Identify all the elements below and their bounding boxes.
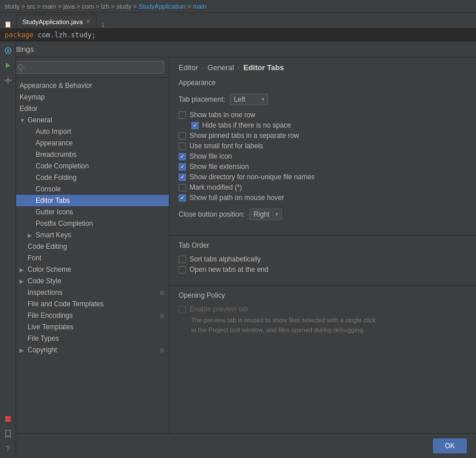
- tab-bar: 📋 StudyApplication.java ✕ 1: [0, 13, 476, 29]
- tree-item-code-folding[interactable]: Code Folding: [0, 172, 169, 183]
- tree-label-breadcrumbs: Breadcrumbs: [36, 151, 76, 159]
- option-row-pinned-tabs[interactable]: Show pinned tabs in a separate row: [179, 130, 467, 141]
- tree-item-live-templates[interactable]: Live Templates: [0, 321, 169, 333]
- sep8: >: [187, 3, 191, 10]
- option-row-directory[interactable]: Show directory for non-unique file names: [179, 172, 467, 182]
- tree-item-general[interactable]: ▼ General: [0, 114, 169, 126]
- bc-com[interactable]: com: [82, 3, 94, 10]
- checkbox-file-extension[interactable]: [179, 163, 186, 171]
- option-row-small-font[interactable]: Use small font for labels: [179, 141, 467, 151]
- tree-item-font[interactable]: Font: [0, 252, 169, 264]
- smart-keys-arrow: ▶: [28, 232, 36, 238]
- left-icon-debug[interactable]: [1, 44, 15, 57]
- checkbox-full-path[interactable]: [179, 194, 186, 202]
- tree-item-inspections[interactable]: Inspections ⊞: [0, 287, 169, 298]
- bc-general: General: [207, 63, 234, 72]
- bc-study2[interactable]: study: [116, 3, 131, 10]
- tree-item-breadcrumbs[interactable]: Breadcrumbs: [0, 149, 169, 160]
- tree-item-file-types[interactable]: File Types: [0, 333, 169, 344]
- left-icon-bookmark[interactable]: [1, 427, 15, 441]
- tree-item-console[interactable]: Console: [0, 183, 169, 195]
- search-input[interactable]: [5, 61, 164, 74]
- settings-window: Settings 🔍 ▶ Appearance & Behavior: [0, 41, 476, 458]
- option-row-file-icon[interactable]: Show file icon: [179, 151, 467, 161]
- tree-item-code-style[interactable]: ▶ Code Style: [0, 275, 169, 287]
- option-row-open-new-end[interactable]: Open new tabs at the end: [179, 264, 467, 275]
- code-style-arrow: ▶: [20, 278, 28, 284]
- checkbox-small-font[interactable]: [179, 143, 186, 150]
- tab-placement-row: Tab placement: Left Top Right Bottom Non…: [179, 91, 467, 110]
- file-tab[interactable]: StudyApplication.java ✕: [16, 14, 96, 28]
- tree-item-editor[interactable]: ▼ Editor: [0, 103, 169, 114]
- checkbox-open-new-end[interactable]: [179, 266, 186, 274]
- close-button-label: Close button position:: [179, 210, 245, 218]
- sep2: >: [37, 3, 40, 10]
- option-row-preview-tab[interactable]: Enable preview tab: [179, 304, 467, 314]
- tree-label-appearance: Appearance: [36, 139, 73, 147]
- tab-placement-dropdown[interactable]: Left Top Right Bottom None: [230, 94, 268, 105]
- option-row-sort-alphabetically[interactable]: Sort tabs alphabetically: [179, 254, 467, 264]
- tree-item-postfix-completion[interactable]: Postfix Completion: [0, 218, 169, 229]
- tree-label-file-encodings: File Encodings: [28, 311, 73, 320]
- bc-src[interactable]: src: [27, 3, 36, 10]
- close-button-dropdown[interactable]: Right Left None: [249, 209, 282, 220]
- checkbox-directory[interactable]: [179, 174, 186, 181]
- tree-item-code-completion[interactable]: Code Completion: [0, 160, 169, 172]
- option-row-hide-tabs[interactable]: Hide tabs if there is no space: [179, 120, 467, 130]
- tree-item-file-code-templates[interactable]: File and Code Templates: [0, 298, 169, 310]
- tab-close-button[interactable]: ✕: [86, 18, 90, 25]
- checkbox-file-icon[interactable]: [179, 153, 186, 160]
- bc-main[interactable]: main: [42, 3, 56, 10]
- tab-number: 1: [96, 21, 109, 28]
- checkbox-preview-tab[interactable]: [179, 306, 186, 313]
- checkbox-sort-alphabetically[interactable]: [179, 256, 186, 263]
- settings-body: 🔍 ▶ Appearance & Behavior Keymap ▼: [0, 57, 476, 433]
- tree-item-keymap[interactable]: Keymap: [0, 91, 169, 103]
- bc-study[interactable]: study: [5, 3, 20, 10]
- label-preview-tab: Enable preview tab: [189, 305, 248, 313]
- ide-icon: 📋: [4, 21, 12, 28]
- sep4: >: [76, 3, 80, 10]
- tree-item-appearance[interactable]: Appearance: [0, 137, 169, 149]
- checkbox-mark-modified[interactable]: [179, 184, 186, 191]
- checkbox-pinned-tabs[interactable]: [179, 132, 186, 140]
- left-icon-settings[interactable]: [1, 74, 15, 87]
- tree-item-code-editing[interactable]: Code Editing: [0, 241, 169, 252]
- sep6: >: [111, 3, 114, 10]
- tree-item-auto-import[interactable]: Auto Import: [0, 126, 169, 137]
- left-icon-help[interactable]: ?: [1, 442, 15, 456]
- option-row-full-path[interactable]: Show full path on mouse hover: [179, 193, 467, 203]
- search-wrapper: 🔍: [5, 61, 164, 74]
- bc-java[interactable]: java: [63, 3, 75, 10]
- option-row-tabs-one-row[interactable]: Show tabs in one row: [179, 110, 467, 120]
- option-row-mark-modified[interactable]: Mark modified (*): [179, 182, 467, 193]
- copyright-ext-icon: ⊞: [160, 347, 164, 353]
- tree-item-copyright[interactable]: ▶ Copyright ⊞: [0, 344, 169, 356]
- label-open-new-end: Open new tabs at the end: [189, 265, 268, 274]
- tree-item-editor-tabs[interactable]: Editor Tabs: [0, 195, 169, 206]
- bc-lzh[interactable]: lzh: [101, 3, 109, 10]
- left-icon-stop[interactable]: [1, 412, 15, 426]
- ok-button[interactable]: OK: [433, 438, 467, 453]
- settings-content: Editor › General › Editor Tabs Appearanc…: [169, 57, 476, 433]
- sep5: >: [96, 3, 99, 10]
- bc-appname[interactable]: StudyApplication: [138, 3, 185, 10]
- tree-item-color-scheme[interactable]: ▶ Color Scheme: [0, 264, 169, 275]
- checkbox-hide-tabs[interactable]: [191, 122, 199, 129]
- tree-label-appearance-behavior: Appearance & Behavior: [20, 82, 92, 90]
- option-row-file-extension[interactable]: Show file extension: [179, 161, 467, 172]
- tab-filename: StudyApplication.java: [22, 18, 83, 25]
- tree-item-gutter-icons[interactable]: Gutter Icons: [0, 206, 169, 218]
- label-pinned-tabs: Show pinned tabs in a separate row: [189, 132, 299, 140]
- sep1: >: [21, 3, 25, 10]
- bc-sep2: ›: [238, 63, 240, 72]
- tree-item-smart-keys[interactable]: ▶ Smart Keys: [0, 229, 169, 241]
- left-icon-run[interactable]: [1, 59, 15, 72]
- appearance-section-title: Appearance: [179, 79, 467, 87]
- search-box-wrapper: 🔍: [0, 57, 169, 78]
- tree-item-file-encodings[interactable]: File Encodings ⊞: [0, 310, 169, 321]
- checkbox-tabs-one-row[interactable]: [179, 111, 186, 119]
- file-encodings-ext-icon: ⊞: [160, 313, 164, 319]
- tree-item-appearance-behavior[interactable]: ▶ Appearance & Behavior: [0, 80, 169, 91]
- close-button-dropdown-wrapper: Right Left None ▼: [249, 209, 282, 220]
